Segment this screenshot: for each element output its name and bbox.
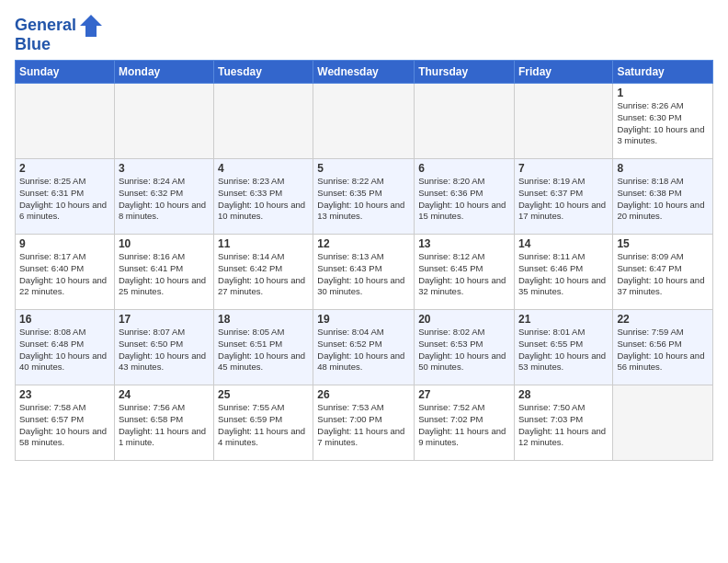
calendar-day-cell: 10Sunrise: 8:16 AM Sunset: 6:41 PM Dayli… (114, 235, 213, 310)
calendar-day-cell: 15Sunrise: 8:09 AM Sunset: 6:47 PM Dayli… (613, 235, 713, 310)
calendar-day-cell: 24Sunrise: 7:56 AM Sunset: 6:58 PM Dayli… (114, 385, 213, 461)
calendar-day-cell: 12Sunrise: 8:13 AM Sunset: 6:43 PM Dayli… (313, 235, 415, 310)
day-info: Sunrise: 8:11 AM Sunset: 6:46 PM Dayligh… (518, 251, 609, 298)
day-info: Sunrise: 8:09 AM Sunset: 6:47 PM Dayligh… (617, 251, 709, 298)
day-number: 3 (119, 162, 210, 175)
day-number: 6 (418, 162, 510, 175)
day-number: 7 (518, 162, 609, 175)
calendar-day-cell (313, 84, 415, 159)
day-number: 15 (617, 237, 709, 250)
calendar-day-cell: 28Sunrise: 7:50 AM Sunset: 7:03 PM Dayli… (514, 385, 612, 461)
day-number: 23 (19, 388, 110, 401)
day-info: Sunrise: 8:02 AM Sunset: 6:53 PM Dayligh… (418, 327, 510, 373)
calendar-day-cell: 19Sunrise: 8:04 AM Sunset: 6:52 PM Dayli… (313, 310, 415, 385)
day-info: Sunrise: 8:01 AM Sunset: 6:55 PM Dayligh… (518, 327, 609, 373)
day-number: 21 (518, 313, 609, 326)
day-number: 13 (418, 237, 510, 250)
calendar-week-row: 9Sunrise: 8:17 AM Sunset: 6:40 PM Daylig… (16, 235, 713, 310)
day-number: 8 (617, 162, 709, 175)
day-info: Sunrise: 8:26 AM Sunset: 6:30 PM Dayligh… (617, 100, 709, 147)
calendar-day-cell: 18Sunrise: 8:05 AM Sunset: 6:51 PM Dayli… (214, 310, 313, 385)
calendar-day-cell (415, 84, 515, 159)
day-info: Sunrise: 7:53 AM Sunset: 7:00 PM Dayligh… (317, 402, 410, 449)
calendar-day-cell (214, 84, 313, 159)
day-info: Sunrise: 8:16 AM Sunset: 6:41 PM Dayligh… (119, 251, 210, 298)
calendar-day-cell: 7Sunrise: 8:19 AM Sunset: 6:37 PM Daylig… (514, 159, 612, 235)
header-sunday: Sunday (16, 61, 115, 84)
calendar-week-row: 23Sunrise: 7:58 AM Sunset: 6:57 PM Dayli… (16, 385, 713, 461)
day-info: Sunrise: 8:05 AM Sunset: 6:51 PM Dayligh… (218, 327, 309, 373)
day-info: Sunrise: 8:24 AM Sunset: 6:32 PM Dayligh… (119, 176, 210, 223)
calendar-table: Sunday Monday Tuesday Wednesday Thursday… (15, 60, 713, 461)
calendar-day-cell: 17Sunrise: 8:07 AM Sunset: 6:50 PM Dayli… (114, 310, 213, 385)
day-info: Sunrise: 7:50 AM Sunset: 7:03 PM Dayligh… (518, 402, 609, 449)
day-info: Sunrise: 7:52 AM Sunset: 7:02 PM Dayligh… (418, 402, 510, 449)
calendar-day-cell (114, 84, 213, 159)
day-number: 20 (418, 313, 510, 326)
calendar-day-cell: 25Sunrise: 7:55 AM Sunset: 6:59 PM Dayli… (214, 385, 313, 461)
calendar-day-cell: 3Sunrise: 8:24 AM Sunset: 6:32 PM Daylig… (114, 159, 213, 235)
header-friday: Friday (514, 61, 612, 84)
svg-marker-0 (80, 15, 102, 37)
calendar-day-cell (16, 84, 115, 159)
day-info: Sunrise: 8:20 AM Sunset: 6:36 PM Dayligh… (418, 176, 510, 223)
calendar-day-cell: 9Sunrise: 8:17 AM Sunset: 6:40 PM Daylig… (16, 235, 115, 310)
day-info: Sunrise: 8:25 AM Sunset: 6:31 PM Dayligh… (19, 176, 110, 223)
day-info: Sunrise: 7:55 AM Sunset: 6:59 PM Dayligh… (218, 402, 309, 449)
calendar-day-cell: 22Sunrise: 7:59 AM Sunset: 6:56 PM Dayli… (613, 310, 713, 385)
day-info: Sunrise: 8:07 AM Sunset: 6:50 PM Dayligh… (119, 327, 210, 373)
day-info: Sunrise: 8:17 AM Sunset: 6:40 PM Dayligh… (19, 251, 110, 298)
day-info: Sunrise: 8:22 AM Sunset: 6:35 PM Dayligh… (317, 176, 410, 223)
day-number: 2 (19, 162, 110, 175)
day-number: 28 (518, 388, 609, 401)
header-thursday: Thursday (415, 61, 515, 84)
calendar-day-cell: 27Sunrise: 7:52 AM Sunset: 7:02 PM Dayli… (415, 385, 515, 461)
day-number: 22 (617, 313, 709, 326)
calendar-day-cell: 26Sunrise: 7:53 AM Sunset: 7:00 PM Dayli… (313, 385, 415, 461)
calendar-day-cell: 2Sunrise: 8:25 AM Sunset: 6:31 PM Daylig… (16, 159, 115, 235)
calendar-day-cell: 6Sunrise: 8:20 AM Sunset: 6:36 PM Daylig… (415, 159, 515, 235)
day-info: Sunrise: 8:14 AM Sunset: 6:42 PM Dayligh… (218, 251, 309, 298)
calendar-header-row: Sunday Monday Tuesday Wednesday Thursday… (16, 61, 713, 84)
calendar-day-cell (613, 385, 713, 461)
header: General Blue (15, 9, 713, 54)
day-info: Sunrise: 8:12 AM Sunset: 6:45 PM Dayligh… (418, 251, 510, 298)
day-number: 26 (317, 388, 410, 401)
day-number: 18 (218, 313, 309, 326)
day-info: Sunrise: 7:59 AM Sunset: 6:56 PM Dayligh… (617, 327, 709, 373)
logo: General Blue (15, 13, 104, 54)
day-number: 1 (617, 86, 709, 99)
day-info: Sunrise: 7:56 AM Sunset: 6:58 PM Dayligh… (119, 402, 210, 449)
day-info: Sunrise: 8:13 AM Sunset: 6:43 PM Dayligh… (317, 251, 410, 298)
calendar-day-cell: 5Sunrise: 8:22 AM Sunset: 6:35 PM Daylig… (313, 159, 415, 235)
day-info: Sunrise: 8:08 AM Sunset: 6:48 PM Dayligh… (19, 327, 110, 373)
calendar-day-cell: 4Sunrise: 8:23 AM Sunset: 6:33 PM Daylig… (214, 159, 313, 235)
calendar-day-cell: 16Sunrise: 8:08 AM Sunset: 6:48 PM Dayli… (16, 310, 115, 385)
logo-text: General (15, 17, 76, 35)
header-wednesday: Wednesday (313, 61, 415, 84)
day-number: 5 (317, 162, 410, 175)
day-info: Sunrise: 8:19 AM Sunset: 6:37 PM Dayligh… (518, 176, 609, 223)
day-number: 25 (218, 388, 309, 401)
calendar-day-cell: 20Sunrise: 8:02 AM Sunset: 6:53 PM Dayli… (415, 310, 515, 385)
day-number: 4 (218, 162, 309, 175)
day-info: Sunrise: 8:18 AM Sunset: 6:38 PM Dayligh… (617, 176, 709, 223)
calendar-day-cell: 1Sunrise: 8:26 AM Sunset: 6:30 PM Daylig… (613, 84, 713, 159)
calendar-week-row: 2Sunrise: 8:25 AM Sunset: 6:31 PM Daylig… (16, 159, 713, 235)
day-info: Sunrise: 8:04 AM Sunset: 6:52 PM Dayligh… (317, 327, 410, 373)
logo-icon (78, 13, 104, 39)
day-number: 9 (19, 237, 110, 250)
day-number: 17 (119, 313, 210, 326)
calendar-week-row: 1Sunrise: 8:26 AM Sunset: 6:30 PM Daylig… (16, 84, 713, 159)
day-info: Sunrise: 8:23 AM Sunset: 6:33 PM Dayligh… (218, 176, 309, 223)
header-tuesday: Tuesday (214, 61, 313, 84)
day-number: 16 (19, 313, 110, 326)
calendar-day-cell: 11Sunrise: 8:14 AM Sunset: 6:42 PM Dayli… (214, 235, 313, 310)
calendar-day-cell: 14Sunrise: 8:11 AM Sunset: 6:46 PM Dayli… (514, 235, 612, 310)
calendar-week-row: 16Sunrise: 8:08 AM Sunset: 6:48 PM Dayli… (16, 310, 713, 385)
day-number: 12 (317, 237, 410, 250)
day-number: 11 (218, 237, 309, 250)
header-saturday: Saturday (613, 61, 713, 84)
calendar-day-cell: 21Sunrise: 8:01 AM Sunset: 6:55 PM Dayli… (514, 310, 612, 385)
day-number: 24 (119, 388, 210, 401)
